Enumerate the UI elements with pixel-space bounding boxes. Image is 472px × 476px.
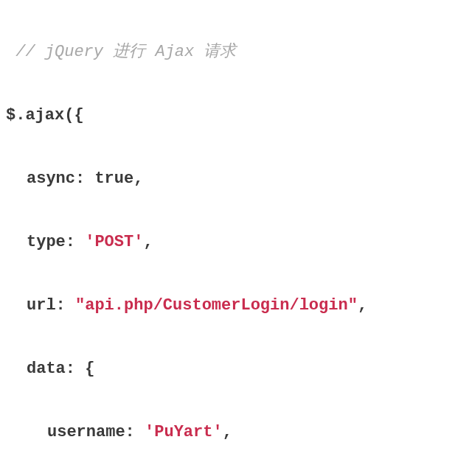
code-block: // jQuery 进行 Ajax 请求 $.ajax({ async: tru… [0,0,472,476]
code-string: 'POST' [85,233,143,251]
code-line: url: "api.php/CustomerLogin/login", [6,290,466,321]
code-punct: , [143,233,153,251]
code-punct: , [223,423,232,441]
code-key: username: [47,423,135,441]
code-string: "api.php/CustomerLogin/login" [75,296,358,315]
code-line: $.ajax({ [6,99,466,131]
code-punct: , [358,296,367,315]
code-line: type: 'POST', [6,226,466,258]
code-key: async: [27,169,85,188]
code-line: data: { [6,353,466,385]
code-value: true [94,169,133,188]
code-string: 'PuYart' [145,423,223,441]
code-key: url: [27,296,66,315]
code-punct: , [133,169,143,188]
comment-header: // jQuery 进行 Ajax 请求 [15,43,236,61]
code-key: type: [27,233,75,251]
code-line: username: 'PuYart', [6,416,466,448]
code-line: async: true, [6,163,466,195]
